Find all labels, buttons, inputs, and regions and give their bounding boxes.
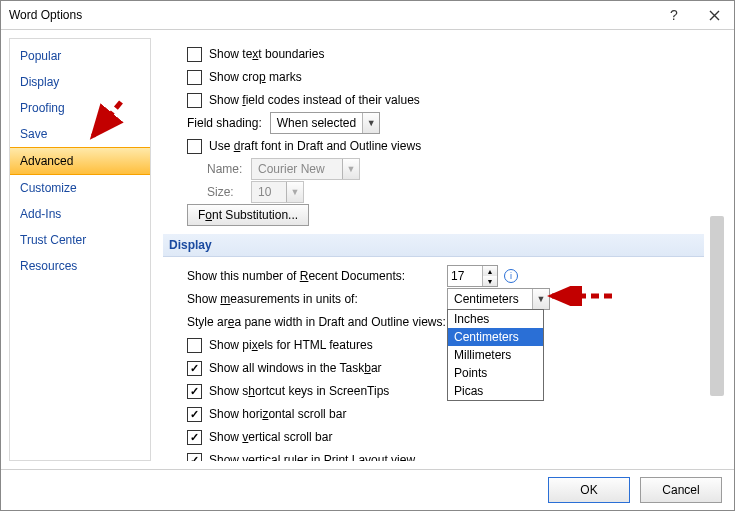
spin-up-icon[interactable]: ▲ (483, 266, 497, 276)
sidebar-item-trust-center[interactable]: Trust Center (10, 227, 150, 253)
draft-font-name-label: Name: (207, 162, 251, 176)
category-sidebar: Popular Display Proofing Save Advanced C… (9, 38, 151, 461)
use-draft-font-label: Use draft font in Draft and Outline view… (209, 139, 421, 153)
sidebar-item-addins[interactable]: Add-Ins (10, 201, 150, 227)
window-title: Word Options (9, 8, 82, 22)
show-pixels-html-label: Show pixels for HTML features (209, 338, 373, 352)
sidebar-item-customize[interactable]: Customize (10, 175, 150, 201)
show-vertical-ruler-checkbox[interactable] (187, 453, 202, 462)
show-horizontal-scroll-label: Show horizontal scroll bar (209, 407, 346, 421)
font-substitution-button[interactable]: Font Substitution... (187, 204, 309, 226)
show-crop-marks-checkbox[interactable] (187, 70, 202, 85)
show-all-windows-taskbar-label: Show all windows in the Taskbar (209, 361, 382, 375)
units-option-points[interactable]: Points (448, 364, 543, 382)
show-vertical-ruler-label: Show vertical ruler in Print Layout view (209, 453, 415, 461)
dialog-body: Popular Display Proofing Save Advanced C… (1, 30, 734, 469)
units-option-millimeters[interactable]: Millimeters (448, 346, 543, 364)
field-shading-combo[interactable]: When selected ▼ (270, 112, 380, 134)
display-section-heading: Display (163, 234, 704, 257)
ok-button[interactable]: OK (548, 477, 630, 503)
info-icon[interactable]: i (504, 269, 518, 283)
show-horizontal-scroll-checkbox[interactable] (187, 407, 202, 422)
sidebar-item-display[interactable]: Display (10, 69, 150, 95)
recent-documents-spinner[interactable]: ▲▼ (447, 265, 498, 287)
show-field-codes-checkbox[interactable] (187, 93, 202, 108)
show-pixels-html-checkbox[interactable] (187, 338, 202, 353)
show-text-boundaries-checkbox[interactable] (187, 47, 202, 62)
chevron-down-icon: ▼ (362, 113, 379, 133)
chevron-down-icon: ▼ (286, 182, 303, 202)
draft-font-name-combo: Courier New ▼ (251, 158, 360, 180)
show-crop-marks-label: Show crop marks (209, 70, 302, 84)
show-shortcut-keys-checkbox[interactable] (187, 384, 202, 399)
units-option-centimeters[interactable]: Centimeters (448, 328, 543, 346)
draft-font-size-combo: 10 ▼ (251, 181, 304, 203)
chevron-down-icon: ▼ (532, 289, 549, 309)
recent-documents-input[interactable] (448, 267, 482, 285)
sidebar-item-proofing[interactable]: Proofing (10, 95, 150, 121)
measurement-units-combo[interactable]: Centimeters ▼ (447, 288, 550, 310)
sidebar-item-save[interactable]: Save (10, 121, 150, 147)
show-text-boundaries-label: Show text boundaries (209, 47, 324, 61)
sidebar-item-popular[interactable]: Popular (10, 43, 150, 69)
help-button[interactable]: ? (654, 1, 694, 29)
show-field-codes-label: Show field codes instead of their values (209, 93, 420, 107)
use-draft-font-checkbox[interactable] (187, 139, 202, 154)
units-option-picas[interactable]: Picas (448, 382, 543, 400)
field-shading-label: Field shading: (187, 116, 262, 130)
show-shortcut-keys-label: Show shortcut keys in ScreenTips (209, 384, 389, 398)
options-panel: Show text boundaries Show crop marks Sho… (153, 38, 726, 461)
close-icon (709, 10, 720, 21)
cancel-button[interactable]: Cancel (640, 477, 722, 503)
chevron-down-icon: ▼ (342, 159, 359, 179)
titlebar: Word Options ? (1, 1, 734, 30)
show-vertical-scroll-checkbox[interactable] (187, 430, 202, 445)
vertical-scrollbar[interactable] (710, 38, 724, 216)
measurement-units-label: Show measurements in units of: (187, 292, 447, 306)
sidebar-item-resources[interactable]: Resources (10, 253, 150, 279)
spin-down-icon[interactable]: ▼ (483, 276, 497, 286)
units-option-inches[interactable]: Inches (448, 310, 543, 328)
dialog-footer: OK Cancel (1, 469, 734, 510)
word-options-dialog: Word Options ? Popular Display Proofing … (0, 0, 735, 511)
draft-font-size-label: Size: (207, 185, 251, 199)
show-vertical-scroll-label: Show vertical scroll bar (209, 430, 332, 444)
measurement-units-dropdown[interactable]: Inches Centimeters Millimeters Points Pi… (447, 309, 544, 401)
close-button[interactable] (694, 1, 734, 29)
style-area-pane-label: Style area pane width in Draft and Outli… (187, 315, 447, 329)
show-all-windows-taskbar-checkbox[interactable] (187, 361, 202, 376)
recent-documents-label: Show this number of Recent Documents: (187, 269, 447, 283)
sidebar-item-advanced[interactable]: Advanced (10, 147, 150, 175)
